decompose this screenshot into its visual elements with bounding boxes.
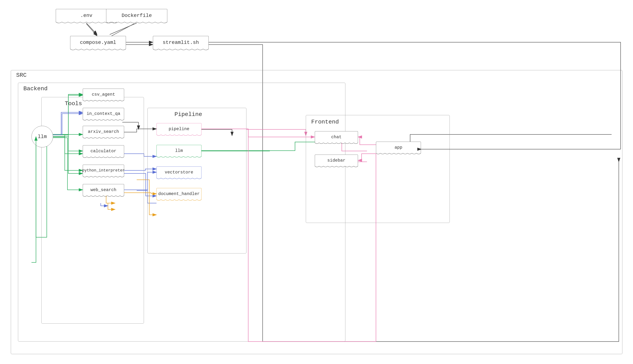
- sidebar-label: sidebar: [315, 154, 358, 166]
- document-handler-node: document_handler: [157, 188, 202, 201]
- arxiv-search-label: arxiv_search: [83, 126, 124, 137]
- llm-pipeline-node: llm: [157, 145, 202, 158]
- document-handler-label: document_handler: [157, 188, 202, 200]
- chat-label: chat: [315, 131, 358, 143]
- src-label: SRC: [16, 72, 27, 78]
- app-node: app: [376, 142, 421, 155]
- vectorstore-label: vectorstore: [157, 166, 202, 178]
- app-label: app: [376, 142, 421, 153]
- svg-line-6: [86, 23, 97, 34]
- web-search-label: web_search: [83, 184, 124, 196]
- backend-label: Backend: [24, 86, 48, 92]
- in-context-qa-label: in_context_qa: [83, 108, 124, 119]
- streamlit-node: streamlit.sh: [153, 36, 209, 51]
- svg-line-7: [110, 23, 137, 34]
- vectorstore-node: vectorstore: [157, 166, 202, 180]
- csv-agent-node: csv_agent: [83, 88, 124, 102]
- pipeline-label: Pipeline: [175, 111, 202, 118]
- in-context-qa-node: in_context_qa: [83, 108, 124, 121]
- llm-pipeline-label: llm: [157, 145, 202, 156]
- python-interpreter-node: python_interpreter: [83, 165, 124, 178]
- web-search-node: web_search: [83, 184, 124, 197]
- frontend-label: Frontend: [311, 119, 339, 125]
- pipeline-node-label: pipeline: [157, 123, 202, 135]
- compose-label: compose.yaml: [70, 36, 126, 49]
- diagram: .env Dockerfile compose.yaml streamlit.s…: [0, 0, 633, 364]
- tools-label: Tools: [65, 100, 82, 107]
- dockerfile-node: Dockerfile: [106, 9, 167, 24]
- llm-circle: llm: [32, 126, 53, 148]
- csv-agent-label: csv_agent: [83, 88, 124, 100]
- python-interpreter-label: python_interpreter: [83, 165, 124, 176]
- llm-circle-label: llm: [38, 134, 47, 140]
- dockerfile-label: Dockerfile: [106, 9, 167, 22]
- pipeline-node: pipeline: [157, 123, 202, 136]
- streamlit-label: streamlit.sh: [153, 36, 209, 49]
- compose-node: compose.yaml: [70, 36, 126, 51]
- calculator-node: calculator: [83, 145, 124, 158]
- calculator-label: calculator: [83, 145, 124, 157]
- chat-node: chat: [315, 131, 358, 144]
- sidebar-node: sidebar: [315, 154, 358, 168]
- arxiv-search-node: arxiv_search: [83, 126, 124, 139]
